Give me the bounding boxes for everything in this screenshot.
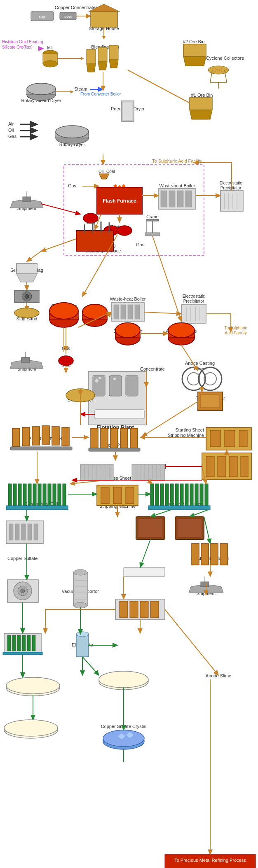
svg-point-93 xyxy=(49,303,78,319)
svg-text:Precipitator: Precipitator xyxy=(220,186,242,190)
gas-elec-slag-label: Gas xyxy=(136,242,145,247)
anode-casting-wheel-label: Anode Casting xyxy=(185,361,215,366)
svg-point-129 xyxy=(199,367,222,390)
waste-heat-boiler-top-label: Waste-heat Boiler xyxy=(159,183,195,188)
svg-rect-222 xyxy=(138,519,163,537)
svg-rect-241 xyxy=(201,582,209,587)
svg-rect-190 xyxy=(38,484,41,506)
to-precious-metal-label: To Precious Metal Refining Process xyxy=(174,858,246,863)
concentrate-label: Concentrate xyxy=(140,366,165,371)
svg-point-122 xyxy=(95,379,99,383)
svg-rect-154 xyxy=(210,430,220,447)
svg-line-323 xyxy=(82,657,99,675)
svg-point-235 xyxy=(73,569,87,575)
diagram-container: Copper Concentrates ship truck Storage H… xyxy=(0,0,258,868)
svg-line-319 xyxy=(204,517,210,544)
svg-rect-245 xyxy=(120,601,128,618)
svg-rect-121 xyxy=(126,376,138,396)
svg-point-37 xyxy=(27,83,56,95)
anode-slime-label: Anode Slime xyxy=(206,673,231,678)
svg-rect-147 xyxy=(101,428,108,448)
gas-flash-label: Gas xyxy=(68,183,77,188)
svg-line-82 xyxy=(41,204,80,214)
svg-line-274 xyxy=(181,345,198,371)
svg-line-304 xyxy=(152,236,181,321)
svg-rect-101 xyxy=(135,305,140,319)
svg-marker-15 xyxy=(81,57,84,60)
svg-rect-142 xyxy=(52,427,59,445)
svg-point-262 xyxy=(99,671,148,688)
electrostatic-precip-mid-label: Electrostatic xyxy=(183,294,205,299)
svg-rect-250 xyxy=(7,635,11,651)
svg-marker-23 xyxy=(183,56,206,66)
svg-rect-253 xyxy=(22,635,26,651)
svg-point-110 xyxy=(115,323,140,338)
svg-rect-206 xyxy=(170,484,174,506)
svg-line-33 xyxy=(128,70,190,103)
svg-line-324 xyxy=(165,609,218,675)
svg-rect-211 xyxy=(195,484,198,506)
svg-rect-192 xyxy=(48,484,51,506)
cyclone-collectors-label: Cyclone Collectors xyxy=(206,56,244,61)
svg-rect-22 xyxy=(183,44,206,56)
svg-text:Silicate Ore(flux): Silicate Ore(flux) xyxy=(2,45,33,49)
ore-bin-2-label: #2 Ore Bin xyxy=(183,39,205,44)
svg-point-258 xyxy=(76,632,89,637)
svg-rect-146 xyxy=(91,428,98,448)
svg-marker-32 xyxy=(190,110,212,119)
svg-rect-155 xyxy=(225,430,235,447)
svg-rect-141 xyxy=(42,426,49,444)
svg-rect-247 xyxy=(140,601,148,618)
svg-rect-144 xyxy=(10,447,72,450)
svg-text:Acid Facility: Acid Facility xyxy=(225,331,246,335)
svg-rect-132 xyxy=(201,395,220,408)
svg-point-266 xyxy=(103,730,144,747)
svg-marker-39 xyxy=(70,90,74,93)
svg-rect-163 xyxy=(229,456,237,477)
svg-rect-200 xyxy=(113,487,122,504)
from-converter-boiler-label: From Converter Boiler xyxy=(80,92,121,96)
svg-rect-100 xyxy=(128,305,133,319)
svg-rect-184 xyxy=(8,484,12,506)
svg-rect-188 xyxy=(28,484,31,506)
svg-rect-210 xyxy=(190,484,193,506)
svg-rect-185 xyxy=(13,484,16,506)
oil-label: Oil xyxy=(8,128,14,133)
svg-rect-98 xyxy=(114,305,119,319)
svg-rect-216 xyxy=(9,524,13,540)
svg-rect-99 xyxy=(121,305,126,319)
svg-rect-143 xyxy=(62,427,69,446)
svg-rect-207 xyxy=(175,484,178,506)
svg-rect-103 xyxy=(181,305,206,323)
svg-point-260 xyxy=(6,677,60,694)
svg-rect-138 xyxy=(12,428,20,447)
svg-rect-60 xyxy=(220,191,243,211)
process-diagram: Copper Concentrates ship truck Storage H… xyxy=(0,0,258,868)
svg-rect-228 xyxy=(211,544,218,565)
svg-rect-251 xyxy=(12,635,16,651)
waste-heat-boiler-mid-label: Waste-heat Boiler xyxy=(110,296,145,301)
svg-rect-31 xyxy=(190,98,212,110)
svg-point-70 xyxy=(117,226,132,236)
flash-furnace-label: Flash Furnace xyxy=(103,198,136,204)
svg-text:Coal: Coal xyxy=(106,169,115,174)
svg-rect-257 xyxy=(76,634,89,657)
svg-rect-225 xyxy=(124,567,165,576)
svg-line-280 xyxy=(150,510,171,517)
svg-rect-205 xyxy=(165,484,169,506)
svg-rect-54 xyxy=(161,191,167,207)
svg-rect-161 xyxy=(206,456,214,477)
svg-point-96 xyxy=(82,304,107,319)
svg-line-302 xyxy=(27,251,41,261)
svg-marker-19 xyxy=(98,62,107,70)
svg-rect-83 xyxy=(16,264,37,274)
electrostatic-precip-top-label: Electrostatic xyxy=(220,181,242,185)
svg-point-88 xyxy=(25,294,29,299)
svg-line-301 xyxy=(41,239,76,251)
svg-rect-217 xyxy=(15,524,19,540)
svg-rect-196 xyxy=(6,506,68,510)
svg-rect-255 xyxy=(32,635,35,651)
mill-label: Mill xyxy=(47,46,54,50)
svg-text:ship: ship xyxy=(39,15,45,19)
svg-rect-203 xyxy=(155,484,159,506)
